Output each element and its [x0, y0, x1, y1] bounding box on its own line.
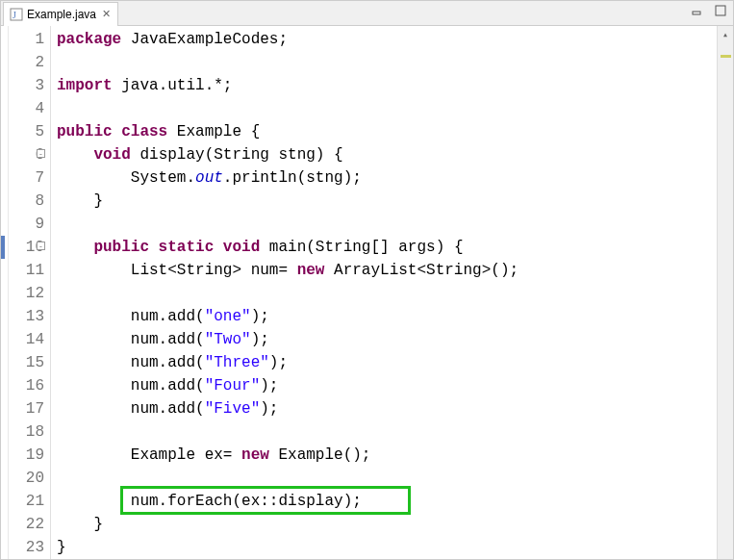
code-token: JavaExampleCodes;	[131, 31, 288, 48]
line-number: 6-	[9, 143, 44, 166]
code-token: );	[251, 308, 269, 325]
svg-text:J: J	[13, 10, 16, 20]
editor-tabbar: J Example.java ✕	[1, 1, 733, 26]
editor: 123456-78910-11121314151617181920212223 …	[1, 26, 733, 559]
code-token: new	[241, 446, 278, 464]
code-line[interactable]: num.add("one");	[57, 305, 717, 328]
code-token: Example ex=	[57, 446, 241, 464]
code-line[interactable]: num.add("Five");	[57, 397, 717, 420]
code-token: display(String stng) {	[139, 146, 342, 164]
line-number: 3	[9, 74, 44, 97]
close-icon[interactable]: ✕	[100, 9, 112, 20]
svg-rect-3	[716, 6, 725, 15]
line-number: 23	[9, 536, 44, 559]
code-token: }	[57, 516, 103, 533]
code-line[interactable]: public class Example {	[57, 120, 717, 143]
code-token: .println(stng);	[223, 169, 362, 187]
code-line[interactable]	[57, 51, 717, 74]
code-token	[57, 239, 93, 256]
change-marker	[1, 236, 5, 259]
fold-toggle-icon[interactable]: -	[37, 149, 45, 158]
line-number: 17	[9, 397, 44, 420]
code-line[interactable]: }	[57, 513, 717, 536]
line-number: 12	[9, 282, 44, 305]
maximize-icon[interactable]	[714, 4, 727, 17]
code-line[interactable]	[57, 282, 717, 305]
file-tab[interactable]: J Example.java ✕	[3, 2, 118, 26]
code-token: void	[93, 146, 139, 164]
line-number: 18	[9, 420, 44, 444]
code-token	[57, 146, 93, 164]
code-token: ArrayList<String>();	[334, 262, 519, 279]
code-token: List<String> num=	[57, 262, 297, 279]
code-token: num.add(	[57, 377, 205, 395]
code-line[interactable]: num.add("Two");	[57, 328, 717, 351]
code-token: out	[195, 169, 223, 187]
line-number-gutter[interactable]: 123456-78910-11121314151617181920212223	[9, 26, 51, 559]
code-token: "Two"	[205, 331, 251, 348]
overview-mark[interactable]	[721, 55, 731, 58]
scroll-up-icon[interactable]: ▴	[718, 26, 733, 42]
code-token: );	[251, 331, 269, 348]
code-token: "Four"	[205, 377, 261, 395]
code-line[interactable]	[57, 213, 717, 236]
code-token: System.	[57, 169, 195, 187]
marker-ruler	[1, 26, 9, 559]
line-number: 2	[9, 51, 44, 74]
line-number: 16	[9, 374, 44, 397]
code-token: );	[260, 400, 278, 418]
code-line[interactable]: num.add("Four");	[57, 374, 717, 397]
line-number: 21	[9, 490, 44, 513]
line-number: 9	[9, 213, 44, 236]
line-number: 5	[9, 120, 44, 143]
line-number: 22	[9, 513, 44, 536]
code-token: }	[57, 192, 103, 210]
code-token: );	[260, 377, 278, 395]
code-line[interactable]: num.add("Three");	[57, 351, 717, 374]
line-number: 14	[9, 328, 44, 351]
code-token: num.add(	[57, 354, 205, 371]
line-number: 7	[9, 166, 44, 190]
code-token: }	[57, 539, 66, 556]
window-controls	[691, 4, 727, 17]
line-number: 19	[9, 444, 44, 467]
code-token: "Five"	[205, 400, 261, 418]
code-token: java.util.*;	[121, 77, 232, 94]
code-line[interactable]: package JavaExampleCodes;	[57, 28, 717, 51]
code-line[interactable]: System.out.println(stng);	[57, 166, 717, 190]
line-number: 1	[9, 28, 44, 51]
code-line[interactable]	[57, 467, 717, 490]
line-number: 10-	[9, 236, 44, 259]
java-file-icon: J	[10, 8, 23, 21]
line-number: 13	[9, 305, 44, 328]
line-number: 8	[9, 190, 44, 213]
tab-filename: Example.java	[27, 8, 96, 21]
line-number: 15	[9, 351, 44, 374]
code-token: num.add(	[57, 400, 205, 418]
code-token: Example();	[278, 446, 370, 464]
code-token: );	[269, 354, 288, 371]
code-token: Example {	[177, 123, 260, 140]
code-line[interactable]: Example ex= new Example();	[57, 444, 717, 467]
code-line[interactable]: num.forEach(ex::display);	[57, 490, 717, 513]
fold-toggle-icon[interactable]: -	[37, 242, 45, 250]
code-line[interactable]: List<String> num= new ArrayList<String>(…	[57, 259, 717, 282]
minimize-icon[interactable]	[691, 4, 704, 17]
code-token: import	[57, 77, 121, 94]
code-area[interactable]: package JavaExampleCodes;import java.uti…	[51, 26, 717, 559]
code-token: new	[297, 262, 334, 279]
code-line[interactable]: public static void main(String[] args) {	[57, 236, 717, 259]
vertical-scrollbar[interactable]: ▴	[717, 26, 733, 559]
code-token: public static void	[93, 239, 268, 256]
code-token: num.add(	[57, 331, 205, 348]
code-token: main(String[] args) {	[269, 239, 464, 256]
code-token: "Three"	[205, 354, 269, 371]
code-line[interactable]	[57, 420, 717, 444]
line-number: 20	[9, 467, 44, 490]
code-line[interactable]: }	[57, 536, 717, 559]
code-line[interactable]: import java.util.*;	[57, 74, 717, 97]
code-line[interactable]	[57, 97, 717, 120]
code-token: package	[57, 31, 131, 48]
code-line[interactable]: }	[57, 190, 717, 213]
code-line[interactable]: void display(String stng) {	[57, 143, 717, 166]
